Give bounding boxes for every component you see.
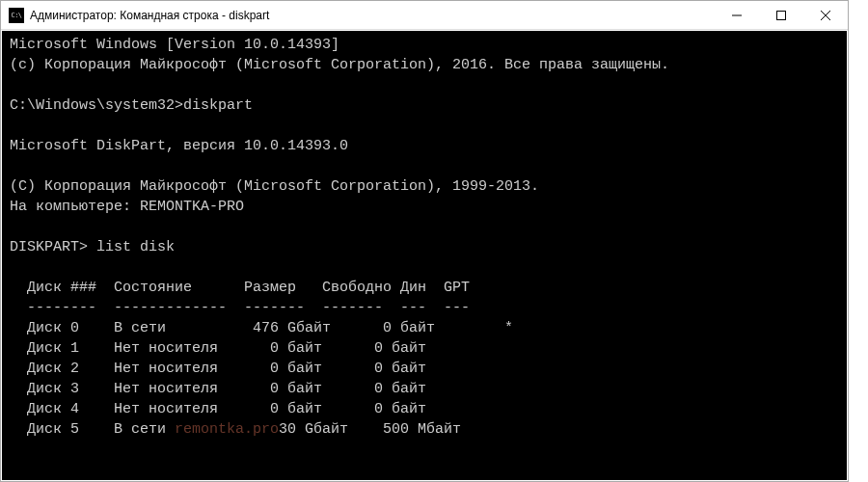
- maximize-icon: [776, 11, 786, 20]
- table-row: Диск 0 В сети 476 Gбайт 0 байт *: [10, 320, 513, 336]
- console-output[interactable]: Microsoft Windows [Version 10.0.14393] (…: [2, 31, 847, 480]
- output-line: (C) Корпорация Майкрософт (Microsoft Cor…: [10, 178, 539, 195]
- window-title: Администратор: Командная строка - diskpa…: [30, 9, 715, 22]
- close-icon: [821, 11, 830, 20]
- table-header: Диск ### Состояние Размер Свободно Дин G…: [10, 280, 470, 296]
- output-line: Microsoft Windows [Version 10.0.14393]: [10, 37, 339, 53]
- table-row: Диск 4 Нет носителя 0 байт 0 байт: [10, 401, 426, 417]
- table-divider: -------- ------------- ------- ------- -…: [10, 300, 470, 316]
- table-row: Диск 3 Нет носителя 0 байт 0 байт: [10, 381, 426, 397]
- window-controls: [715, 1, 848, 29]
- row5-part-b: 30 Gбайт 500 Мбайт: [279, 421, 461, 438]
- table-row: Диск 2 Нет носителя 0 байт 0 байт: [10, 361, 426, 377]
- watermark-text: remontka.pro: [175, 421, 279, 438]
- output-line: (c) Корпорация Майкрософт (Microsoft Cor…: [10, 57, 669, 73]
- close-button[interactable]: [803, 1, 848, 29]
- output-line: На компьютере: REMONTKA-PRO: [10, 199, 244, 215]
- table-row: Диск 5 В сети remontka.pro30 Gбайт 500 М…: [10, 421, 461, 438]
- row5-part-a: Диск 5 В сети: [10, 421, 175, 438]
- command-prompt-line: C:\Windows\system32>diskpart: [10, 97, 253, 114]
- output-line: Microsoft DiskPart, версия 10.0.14393.0: [10, 138, 348, 154]
- minimize-icon: [732, 11, 742, 20]
- cmd-icon: [9, 8, 24, 23]
- titlebar[interactable]: Администратор: Командная строка - diskpa…: [1, 1, 848, 30]
- diskpart-prompt-line: DISKPART> list disk: [10, 239, 175, 255]
- svg-rect-1: [777, 11, 786, 19]
- maximize-button[interactable]: [759, 1, 803, 29]
- table-row: Диск 1 Нет носителя 0 байт 0 байт: [10, 340, 426, 357]
- minimize-button[interactable]: [715, 1, 759, 29]
- command-prompt-window: Администратор: Командная строка - diskpa…: [0, 0, 849, 482]
